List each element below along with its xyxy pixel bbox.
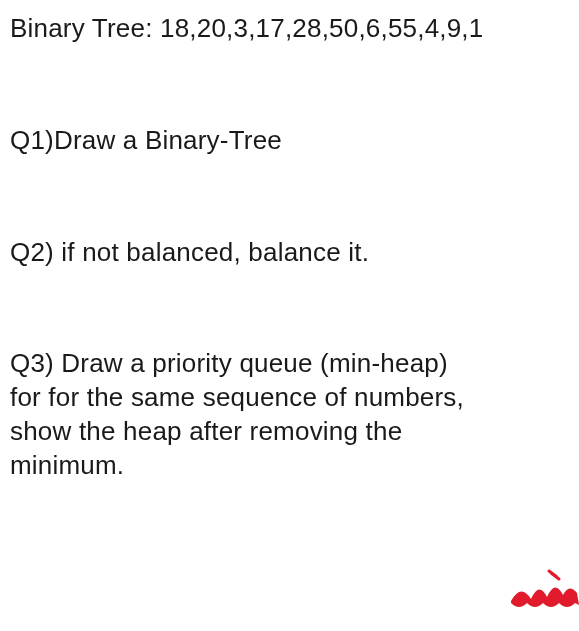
header-line: Binary Tree: 18,20,3,17,28,50,6,55,4,9,1 [10,12,569,46]
question-3-line2: for for the same sequence of numbers, [10,381,569,415]
header-sequence: 18,20,3,17,28,50,6,55,4,9,1 [160,13,483,43]
header-label: Binary Tree: [10,13,160,43]
question-2-text: Q2) if not balanced, balance it. [10,236,569,270]
question-3-line1: Q3) Draw a priority queue (min-heap) [10,347,569,381]
scribble-icon [501,563,579,613]
question-1-text: Q1)Draw a Binary-Tree [10,124,569,158]
question-2: Q2) if not balanced, balance it. [10,236,569,270]
question-1: Q1)Draw a Binary-Tree [10,124,569,158]
question-3-line3: show the heap after removing the [10,415,569,449]
red-scribble-annotation [501,563,579,613]
question-3: Q3) Draw a priority queue (min-heap) for… [10,347,569,482]
question-3-line4: minimum. [10,449,569,483]
